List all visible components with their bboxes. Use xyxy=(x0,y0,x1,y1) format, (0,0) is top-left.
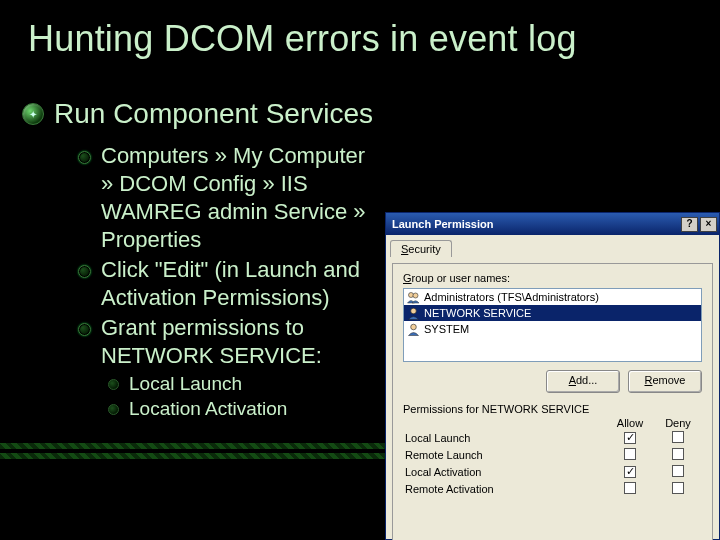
bullet-icon xyxy=(108,379,119,390)
user-row-administrators[interactable]: Administrators (TFS\Administrators) xyxy=(404,289,701,305)
tab-security[interactable]: Security xyxy=(390,240,452,257)
sub-text: Click "Edit" (in Launch and Activation P… xyxy=(101,256,371,312)
checkbox-allow[interactable]: ✓ xyxy=(624,432,636,444)
group-names-label: Group or user names: xyxy=(403,272,702,284)
user-label: Administrators (TFS\Administrators) xyxy=(424,291,599,303)
checkbox-deny[interactable] xyxy=(672,465,684,477)
users-listbox[interactable]: Administrators (TFS\Administrators) NETW… xyxy=(403,288,702,362)
list-item: Location Activation xyxy=(108,397,287,421)
slide-title: Hunting DCOM errors in event log xyxy=(28,18,577,60)
remove-button[interactable]: Remove xyxy=(628,370,702,393)
svg-point-2 xyxy=(411,308,417,314)
bullet-icon xyxy=(78,265,91,278)
list-item: Grant permissions to NETWORK SERVICE: xyxy=(78,314,378,370)
perm-row: Remote Launch xyxy=(403,446,702,463)
user-label: SYSTEM xyxy=(424,323,469,335)
services-icon: ✦ xyxy=(22,103,44,125)
perm-name: Remote Activation xyxy=(403,483,606,495)
bullet-icon xyxy=(78,151,91,164)
close-button[interactable]: × xyxy=(700,217,717,232)
list-item: Click "Edit" (in Launch and Activation P… xyxy=(78,256,378,312)
user-row-system[interactable]: SYSTEM xyxy=(404,321,701,337)
main-bullet-label: Run Component Services xyxy=(54,98,373,130)
help-button[interactable]: ? xyxy=(681,217,698,232)
checkbox-deny[interactable] xyxy=(672,448,684,460)
svg-point-1 xyxy=(413,293,418,298)
checkbox-deny[interactable] xyxy=(672,431,684,443)
user-row-network-service[interactable]: NETWORK SERVICE xyxy=(404,305,701,321)
sub-text: Grant permissions to NETWORK SERVICE: xyxy=(101,314,371,370)
titlebar: Launch Permission ? × xyxy=(386,213,719,235)
bullet-icon xyxy=(108,404,119,415)
perm-row: Local Activation ✓ xyxy=(403,463,702,480)
permissions-header: Allow Deny xyxy=(403,417,702,429)
group-icon xyxy=(407,291,420,304)
checkbox-allow[interactable] xyxy=(624,482,636,494)
list-item: Local Launch xyxy=(108,372,287,396)
list-item: Computers » My Computer » DCOM Config » … xyxy=(78,142,378,254)
bullet-icon xyxy=(78,323,91,336)
checkbox-deny[interactable] xyxy=(672,482,684,494)
subsub-text: Location Activation xyxy=(129,397,287,421)
svg-point-3 xyxy=(411,324,417,330)
permissions-for-label: Permissions for NETWORK SERVICE xyxy=(403,403,702,415)
user-icon xyxy=(407,307,420,320)
checkbox-allow[interactable]: ✓ xyxy=(624,466,636,478)
add-button[interactable]: Add... xyxy=(546,370,620,393)
sub-text: Computers » My Computer » DCOM Config » … xyxy=(101,142,378,254)
col-deny: Deny xyxy=(654,417,702,429)
subsub-text: Local Launch xyxy=(129,372,242,396)
checkbox-allow[interactable] xyxy=(624,448,636,460)
perm-name: Remote Launch xyxy=(403,449,606,461)
perm-name: Local Activation xyxy=(403,466,606,478)
perm-name: Local Launch xyxy=(403,432,606,444)
user-icon xyxy=(407,323,420,336)
perm-row: Local Launch ✓ xyxy=(403,429,702,446)
dialog-title: Launch Permission xyxy=(392,218,493,230)
launch-permission-dialog: Launch Permission ? × Security Group or … xyxy=(385,212,720,540)
user-label: NETWORK SERVICE xyxy=(424,307,531,319)
col-allow: Allow xyxy=(606,417,654,429)
perm-row: Remote Activation xyxy=(403,480,702,497)
